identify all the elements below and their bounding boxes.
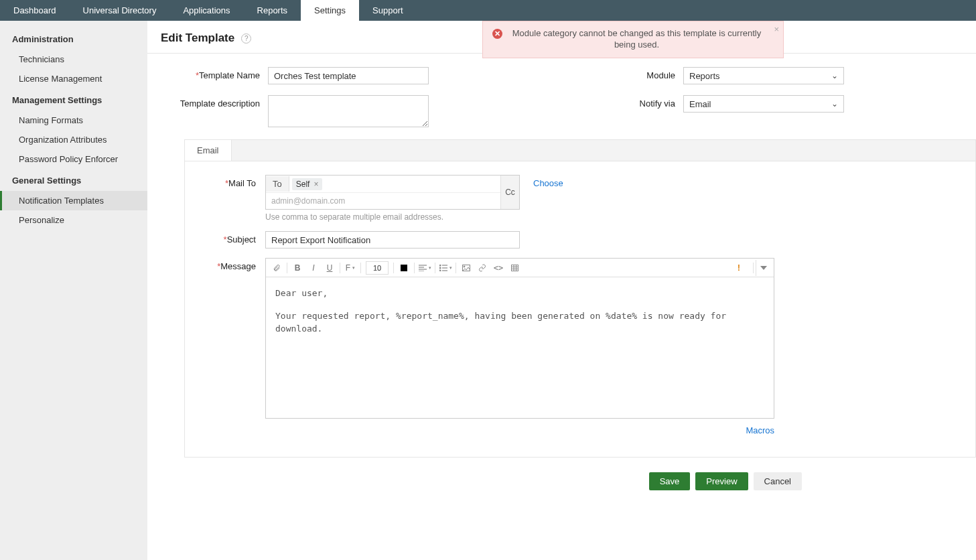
label-template-name: *Template Name [174,67,268,84]
chip-remove-icon[interactable]: × [313,180,318,189]
sidebar-section-general-settings: General Settings [0,169,147,191]
mail-to-input[interactable] [266,193,500,209]
label-mail-to: *Mail To [212,175,265,192]
mail-to-box: To Self × Cc [265,175,520,210]
select-module[interactable]: Reports ⌄ [683,67,844,84]
error-icon: ✕ [492,29,502,39]
mail-to-label: To [266,176,289,192]
svg-rect-12 [511,265,518,271]
select-notify-via[interactable]: Email ⌄ [683,95,844,113]
textarea-template-description[interactable] [268,95,429,127]
editor-body[interactable]: Dear user, Your requested report, %repor… [266,277,774,418]
label-module: Module [603,67,683,84]
image-icon[interactable] [458,260,474,276]
sidebar-item-organization-attributes[interactable]: Organization Attributes [0,130,147,149]
text-color-icon[interactable] [396,260,412,276]
sidebar-item-notification-templates[interactable]: Notification Templates [0,191,147,210]
label-notify-via: Notify via [603,95,683,113]
italic-icon[interactable]: I [305,260,322,276]
nav-tab-reports[interactable]: Reports [244,0,301,21]
input-subject[interactable] [265,231,520,249]
input-template-name[interactable] [268,67,429,84]
editor-toolbar: B I U F▾ 10 [266,259,774,277]
top-nav: Dashboard Universal Directory Applicatio… [0,0,976,21]
help-icon[interactable]: ? [241,33,251,44]
rich-text-editor: B I U F▾ 10 [265,258,774,419]
label-subject: *Subject [212,231,265,249]
sidebar-item-license-management[interactable]: License Management [0,69,147,88]
bold-icon[interactable]: B [289,260,305,276]
link-icon[interactable] [474,260,490,276]
nav-tab-applications[interactable]: Applications [169,0,243,21]
macros-link[interactable]: Macros [746,425,774,435]
svg-point-4 [439,265,441,266]
svg-point-6 [439,267,441,269]
mail-to-hint: Use comma to separate multiple email add… [265,212,563,222]
label-message: *Message [212,258,265,275]
tab-email[interactable]: Email [185,140,232,161]
sidebar-item-password-policy-enforcer[interactable]: Password Policy Enforcer [0,149,147,169]
sidebar-item-personalize[interactable]: Personalize [0,210,147,230]
recipient-chip-self: Self × [292,178,323,190]
alert-close-icon[interactable]: × [774,24,779,36]
nav-tab-settings[interactable]: Settings [301,0,359,21]
sidebar-item-technicians[interactable]: Technicians [0,50,147,69]
chevron-down-icon: ⌄ [831,71,838,80]
svg-point-8 [439,270,441,271]
underline-icon[interactable]: U [322,260,338,276]
code-icon[interactable]: <> [490,260,506,276]
save-button[interactable]: Save [649,472,691,490]
message-line-1: Dear user, [275,287,764,300]
choose-recipients-link[interactable]: Choose [533,175,563,210]
nav-tab-support[interactable]: Support [359,0,417,21]
select-module-value: Reports [689,71,720,81]
page-title: Edit Template [161,31,234,45]
nav-tab-dashboard[interactable]: Dashboard [0,0,70,21]
cc-toggle[interactable]: Cc [500,176,519,209]
main-content: ✕ Module category cannot be changed as t… [147,21,976,560]
attach-icon[interactable] [269,260,285,276]
sidebar-section-administration: Administration [0,27,147,50]
sidebar: Administration Technicians License Manag… [0,21,147,560]
nav-tab-universal-directory[interactable]: Universal Directory [70,0,170,21]
font-family-icon[interactable]: F▾ [342,260,358,276]
sidebar-item-naming-formats[interactable]: Naming Formats [0,111,147,130]
label-template-description: Template description [174,95,268,113]
table-icon[interactable] [506,260,522,276]
list-icon[interactable]: ▾ [437,260,454,276]
message-line-2: Your requested report, %report_name%, ha… [275,309,764,336]
error-message: Module category cannot be changed as thi… [508,28,766,51]
cancel-button[interactable]: Cancel [754,472,802,490]
align-icon[interactable]: ▾ [417,260,433,276]
select-notify-via-value: Email [689,99,711,109]
chevron-down-icon: ⌄ [831,99,838,109]
sidebar-section-management-settings: Management Settings [0,88,147,111]
error-alert: ✕ Module category cannot be changed as t… [482,21,784,58]
footer-buttons: Save Preview Cancel [184,457,976,510]
toolbar-more-icon[interactable] [756,260,771,276]
preview-button[interactable]: Preview [695,472,748,490]
font-size-select[interactable]: 10 [366,261,389,275]
svg-point-11 [464,266,465,267]
warning-icon[interactable]: ! [731,260,747,276]
email-tabstrip: Email [185,140,975,161]
